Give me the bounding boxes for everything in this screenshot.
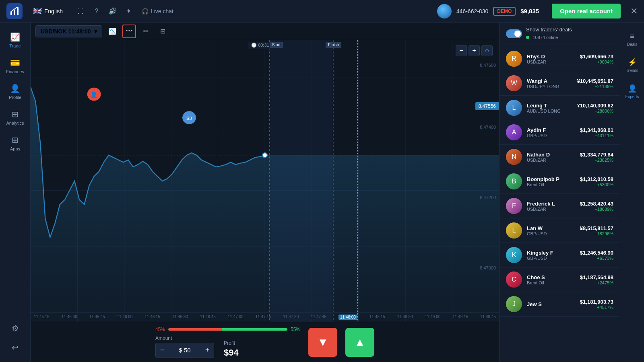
amount-input[interactable] [169, 343, 201, 358]
trader-amount-7: ¥8,515,811.57 [580, 225, 613, 231]
trader-pct-4: +23825% [580, 158, 613, 162]
svg-text:$3: $3 [186, 116, 192, 121]
chart-time-labels: 🕐 00:31 [248, 42, 272, 49]
trader-item-0[interactable]: R Rhys D USD/ZAR $1,609,666.73 +9094% [500, 47, 620, 71]
right-sidebar: ≡ Deals ⚡ Trends 👤 Experts [620, 23, 644, 362]
trader-amount-5: $1,312,010.58 [580, 176, 613, 182]
sidebar-item-logout[interactable]: ↩ [2, 338, 29, 357]
trader-avatar-4: N [506, 149, 522, 165]
chart-type-button[interactable]: 📉 [105, 25, 119, 38]
sidebar-item-profile[interactable]: 👤 Profile [2, 79, 29, 105]
time-tick-15: 11:49:00 [425, 315, 440, 320]
sidebar-item-trade[interactable]: 📈 Trade [2, 27, 29, 53]
sell-button[interactable]: ▼ [308, 328, 337, 357]
trader-stats-9: $1,187,564.98 +2475% [580, 274, 613, 285]
time-tick-3: 11:45:45 [89, 315, 105, 320]
trader-pair-2: AUD/USD LONG [527, 109, 572, 113]
zoom-out-button[interactable]: − [456, 45, 467, 56]
sidebar-item-settings[interactable]: ⚙ [2, 319, 29, 338]
analytics-icon: ⊞ [12, 109, 19, 119]
y-label-1: 8.47600 [480, 63, 496, 68]
trader-item-10[interactable]: J Jew S $1,181,903.73 +4517% [500, 292, 620, 317]
asset-selector[interactable]: USD/NOK 11:48:00 ▾ [35, 25, 102, 37]
traders-panel: Show traders' deals 10874 online R Rhys … [499, 23, 620, 362]
progress-left-pct: 45% [155, 327, 165, 332]
trader-item-8[interactable]: K Kingsley F GBP/USD $1,246,546.90 +6373… [500, 243, 620, 267]
more-tools-button[interactable]: ⊞ [156, 25, 170, 38]
profit-label: Profit [224, 340, 239, 346]
trader-amount-4: $1,334,779.84 [580, 152, 613, 158]
trader-pair-5: Brent Oil [527, 182, 575, 187]
traders-header-text: Show traders' deals 10874 online [526, 27, 572, 41]
right-sidebar-item-trends[interactable]: ⚡ Trends [621, 53, 644, 78]
language-selector[interactable]: 🇬🇧 English [29, 4, 67, 18]
right-sidebar-item-experts[interactable]: 👤 Experts [621, 79, 644, 104]
trader-item-6[interactable]: F Frederick L USD/ZAR $1,258,420.43 +186… [500, 194, 620, 218]
trader-name-3: Aydin F [527, 127, 575, 133]
trader-avatar-2: L [506, 100, 522, 116]
draw-button[interactable]: ✏ [139, 25, 153, 38]
buy-button[interactable]: ▲ [345, 328, 374, 357]
trader-stats-5: $1,312,010.58 +5300% [580, 176, 613, 187]
main-content: 📈 Trade 💳 Finances 👤 Profile ⊞ Analytics… [0, 23, 644, 362]
amount-decrease-button[interactable]: − [156, 343, 169, 358]
asset-name: USD/NOK 11:48:00 [41, 28, 91, 35]
trader-pair-3: GBP/USD [527, 133, 575, 138]
trader-item-5[interactable]: B Boonpipob P Brent Oil $1,312,010.58 +5… [500, 169, 620, 194]
svg-rect-2 [17, 7, 19, 15]
time-tick-8: 11:47:00 [228, 315, 244, 320]
dropdown-chevron: ▾ [94, 28, 97, 35]
settings-icon-button[interactable]: ✦ [122, 4, 136, 19]
trader-avatar-5: B [506, 173, 522, 189]
trader-pct-6: +18689% [580, 207, 613, 212]
close-button[interactable]: ✕ [630, 6, 638, 16]
amount-increase-button[interactable]: + [201, 343, 214, 358]
trader-pct-5: +5300% [580, 182, 613, 187]
trader-pct-9: +2475% [580, 280, 613, 285]
svg-rect-0 [10, 12, 12, 15]
trader-item-9[interactable]: C Choe S Brent Oil $1,187,564.98 +2475% [500, 267, 620, 292]
trader-item-1[interactable]: W Wangi A USD/JPY LONG ¥10,445,651.87 +2… [500, 71, 620, 96]
trader-info-0: Rhys D USD/ZAR [527, 53, 575, 64]
time-axis: 11:45:15 11:45:30 11:45:45 11:46:00 11:4… [31, 312, 499, 322]
zoom-reset-button[interactable]: ⊙ [481, 45, 493, 56]
right-sidebar-item-deals[interactable]: ≡ Deals [621, 27, 644, 51]
trader-name-10: Jew S [527, 301, 575, 307]
deals-icon: ≡ [630, 32, 634, 41]
fullscreen-button[interactable]: ⛶ [73, 4, 88, 19]
traders-toggle[interactable] [506, 29, 522, 38]
livechat-button[interactable]: 🎧 Live chat [138, 6, 178, 17]
online-dot [526, 36, 529, 39]
zoom-in-button[interactable]: + [469, 45, 480, 56]
trader-avatar-9: C [506, 272, 522, 288]
trader-item-2[interactable]: L Leung T AUD/USD LONG ¥10,140,309.62 +2… [500, 96, 620, 120]
trader-item-4[interactable]: N Nathan D USD/ZAR $1,334,779.84 +23825% [500, 145, 620, 169]
sidebar-item-apps[interactable]: ⊞ Apps [2, 130, 29, 156]
trader-stats-6: $1,258,420.43 +18689% [580, 201, 613, 212]
trader-pct-7: +18296% [580, 231, 613, 236]
help-button[interactable]: ? [89, 4, 104, 19]
trader-stats-0: $1,609,666.73 +9094% [580, 53, 613, 64]
sidebar-item-finances[interactable]: 💳 Finances [2, 53, 29, 79]
trader-pair-4: USD/ZAR [527, 158, 575, 162]
trader-pct-8: +6373% [580, 256, 613, 261]
trader-pct-3: +43111% [580, 133, 613, 138]
trader-pair-8: GBP/USD [527, 256, 575, 261]
open-account-button[interactable]: Open real account [552, 4, 621, 19]
trader-stats-2: ¥10,140,309.62 +28806% [577, 103, 613, 113]
logout-icon: ↩ [12, 343, 19, 352]
trader-pair-6: USD/ZAR [527, 207, 575, 212]
sound-button[interactable]: 🔊 [105, 4, 120, 19]
trader-amount-0: $1,609,666.73 [580, 53, 613, 60]
trader-item-7[interactable]: L Lan W GBP/USD ¥8,515,811.57 +18296% [500, 218, 620, 243]
trader-item-3[interactable]: A Aydin F GBP/USD $1,341,068.01 +43111% [500, 120, 620, 145]
trader-pair-1: USD/JPY LONG [527, 84, 572, 89]
trader-name-8: Kingsley F [527, 250, 575, 256]
finances-icon: 💳 [10, 58, 20, 68]
profile-icon: 👤 [10, 84, 20, 93]
left-sidebar: 📈 Trade 💳 Finances 👤 Profile ⊞ Analytics… [0, 23, 31, 362]
flag-icon: 🇬🇧 [33, 7, 42, 16]
amount-section: Amount − + [155, 335, 214, 358]
sidebar-item-analytics[interactable]: ⊞ Analytics [2, 105, 29, 130]
indicators-button[interactable]: 〰 [122, 25, 136, 38]
